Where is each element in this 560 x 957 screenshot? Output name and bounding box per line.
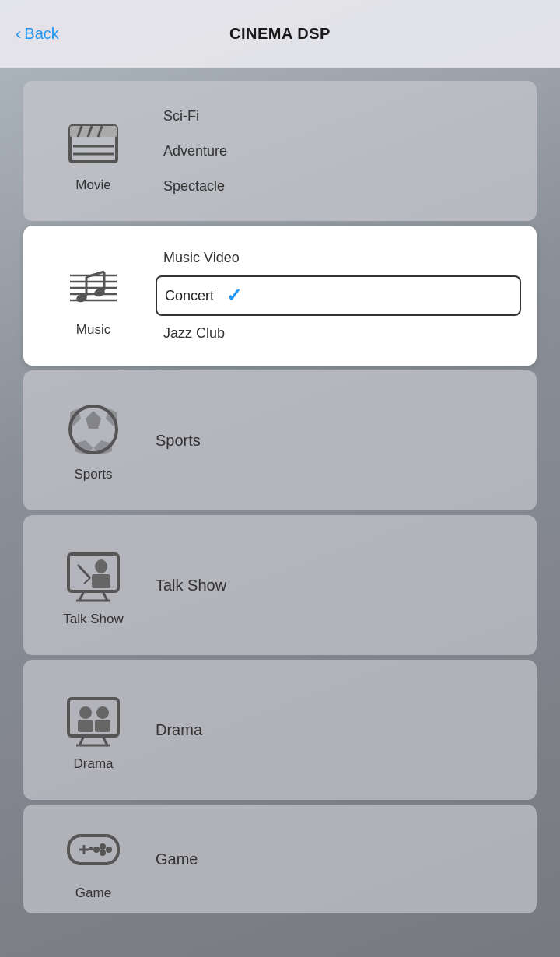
- svg-rect-38: [95, 720, 110, 732]
- svg-marker-18: [86, 411, 101, 429]
- chevron-left-icon: ‹: [16, 26, 21, 43]
- game-icon-wrap: Game: [39, 817, 148, 901]
- svg-point-37: [96, 706, 109, 719]
- svg-rect-47: [95, 847, 100, 850]
- svg-point-42: [100, 843, 106, 850]
- category-movie[interactable]: Movie Sci-Fi Adventure Spectacle: [23, 81, 537, 221]
- sports-label: Sports: [74, 467, 112, 482]
- category-sports[interactable]: Sports Sports: [23, 370, 537, 510]
- option-drama[interactable]: Drama: [148, 721, 202, 739]
- talk-show-icon: [62, 543, 124, 605]
- option-sports[interactable]: Sports: [148, 432, 201, 450]
- drama-label: Drama: [73, 756, 113, 772]
- category-list: Movie Sci-Fi Adventure Spectacle: [0, 68, 560, 926]
- talk-show-icon-wrap: Talk Show: [39, 543, 148, 627]
- movie-options: Sci-Fi Adventure Spectacle: [148, 99, 521, 204]
- back-label: Back: [24, 25, 58, 43]
- svg-rect-31: [68, 699, 118, 736]
- option-adventure[interactable]: Adventure: [156, 134, 521, 169]
- page-title: CINEMA DSP: [229, 25, 331, 43]
- option-spectacle[interactable]: Spectacle: [156, 169, 521, 204]
- talk-show-label: Talk Show: [63, 612, 123, 627]
- header: ‹ Back CINEMA DSP: [0, 0, 560, 68]
- svg-line-28: [84, 578, 90, 584]
- movie-label: Movie: [75, 177, 110, 193]
- sports-icon-wrap: Sports: [39, 398, 148, 482]
- svg-point-35: [79, 706, 92, 719]
- category-talk-show[interactable]: Talk Show Talk Show: [23, 515, 537, 655]
- drama-icon-wrap: Drama: [39, 688, 148, 772]
- svg-rect-30: [92, 574, 110, 588]
- option-sci-fi[interactable]: Sci-Fi: [156, 99, 521, 134]
- option-music-video[interactable]: Music Video: [156, 240, 521, 275]
- music-label: Music: [76, 322, 110, 338]
- movie-icon: [62, 109, 124, 171]
- svg-rect-46: [89, 847, 93, 850]
- music-icon-wrap: Music: [39, 254, 148, 338]
- music-icon: [62, 254, 124, 316]
- option-concert[interactable]: Concert ✓: [156, 275, 521, 316]
- checkmark-icon: ✓: [226, 285, 242, 307]
- drama-icon: [62, 688, 124, 750]
- option-jazz-club[interactable]: Jazz Club: [156, 316, 521, 351]
- option-game[interactable]: Game: [148, 850, 198, 868]
- game-label: Game: [75, 885, 111, 901]
- option-talk-show[interactable]: Talk Show: [148, 577, 226, 594]
- svg-rect-36: [78, 720, 93, 732]
- game-icon: [62, 817, 124, 879]
- svg-point-44: [100, 850, 106, 856]
- category-drama[interactable]: Drama Drama: [23, 660, 537, 800]
- music-options: Music Video Concert ✓ Jazz Club: [148, 240, 521, 351]
- sports-icon: [62, 398, 124, 461]
- category-music[interactable]: Music Music Video Concert ✓ Jazz Club: [23, 226, 537, 366]
- back-button[interactable]: ‹ Back: [16, 25, 59, 43]
- svg-point-29: [95, 559, 107, 573]
- svg-point-43: [106, 847, 112, 853]
- movie-icon-wrap: Movie: [39, 109, 148, 193]
- svg-line-27: [78, 565, 90, 578]
- category-game[interactable]: Game Game: [23, 805, 537, 913]
- svg-rect-1: [70, 126, 117, 137]
